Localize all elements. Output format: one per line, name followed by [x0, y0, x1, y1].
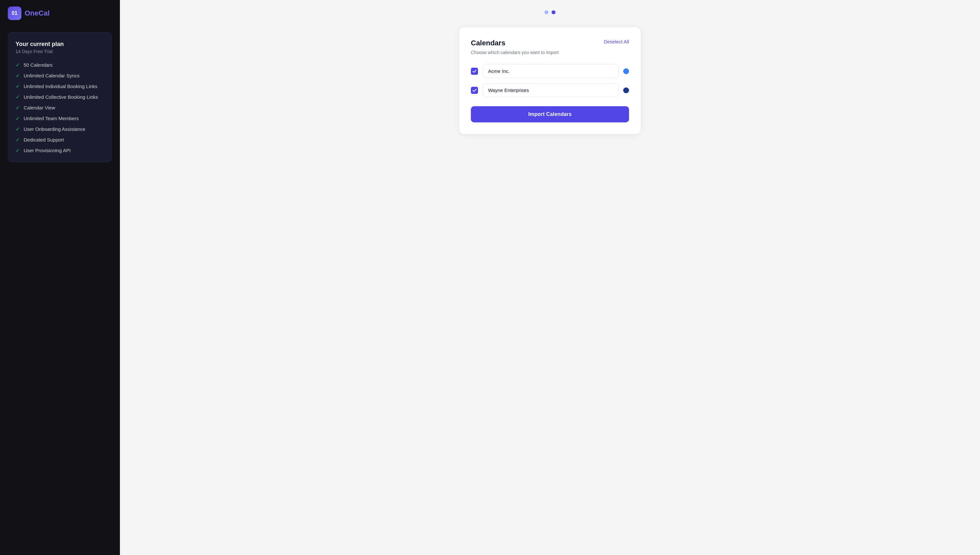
check-icon: ✓ — [16, 136, 20, 143]
feature-item: ✓ Unlimited Calendar Syncs — [16, 72, 105, 79]
feature-list: ✓ 50 Calendars ✓ Unlimited Calendar Sync… — [16, 62, 105, 154]
calendar-color-dot-0 — [623, 68, 629, 74]
feature-label: Unlimited Collective Booking Links — [24, 94, 98, 100]
logo-suffix: Cal — [39, 9, 50, 17]
feature-label: User Onboarding Assistance — [24, 126, 85, 132]
feature-label: Calendar View — [24, 105, 55, 111]
feature-item: ✓ Unlimited Individual Booking Links — [16, 83, 105, 89]
sidebar-header: 01 OneCal — [0, 0, 120, 27]
feature-label: User Provisioning API — [24, 148, 71, 153]
logo-icon-text: 01 — [12, 10, 18, 16]
step-dot-1 — [544, 10, 548, 14]
check-icon: ✓ — [16, 62, 20, 68]
check-icon: ✓ — [16, 83, 20, 89]
feature-item: ✓ User Provisioning API — [16, 148, 105, 154]
calendar-color-dot-1 — [623, 87, 629, 93]
feature-item: ✓ 50 Calendars — [16, 62, 105, 68]
feature-label: Unlimited Team Members — [24, 115, 79, 121]
plan-title: Your current plan — [16, 41, 105, 48]
feature-item: ✓ User Onboarding Assistance — [16, 126, 105, 132]
check-icon: ✓ — [16, 126, 20, 132]
calendars-card: Calendars Deselect All Choose which cale… — [459, 27, 641, 134]
feature-item: ✓ Unlimited Team Members — [16, 115, 105, 122]
feature-item: ✓ Dedicated Support — [16, 136, 105, 143]
calendar-name-1: Wayne Enterprises — [483, 83, 619, 97]
sidebar: 01 OneCal Your current plan 14 Days Free… — [0, 0, 120, 555]
logo-icon: 01 — [8, 6, 21, 20]
feature-item: ✓ Calendar View — [16, 104, 105, 111]
feature-item: ✓ Unlimited Collective Booking Links — [16, 94, 105, 100]
check-icon: ✓ — [16, 94, 20, 100]
plan-subtitle: 14 Days Free Trial — [16, 49, 105, 54]
feature-label: Dedicated Support — [24, 137, 64, 143]
step-indicators — [544, 10, 555, 14]
card-header: Calendars Deselect All — [471, 39, 629, 47]
feature-label: Unlimited Individual Booking Links — [24, 83, 98, 89]
plan-card: Your current plan 14 Days Free Trial ✓ 5… — [8, 32, 112, 162]
card-subtitle: Choose which calendars you want to impor… — [471, 50, 629, 55]
step-dot-2 — [552, 10, 555, 14]
calendar-list: Acme Inc. Wayne Enterprises — [471, 64, 629, 97]
check-icon: ✓ — [16, 115, 20, 122]
feature-label: Unlimited Calendar Syncs — [24, 73, 80, 79]
check-icon: ✓ — [16, 72, 20, 79]
check-icon: ✓ — [16, 104, 20, 111]
calendar-item: Wayne Enterprises — [471, 83, 629, 97]
logo-text: OneCal — [25, 9, 50, 18]
card-title: Calendars — [471, 39, 505, 47]
check-icon: ✓ — [16, 148, 20, 154]
calendar-checkbox-0[interactable] — [471, 68, 478, 75]
calendar-checkbox-1[interactable] — [471, 87, 478, 94]
logo-prefix: One — [25, 9, 39, 17]
main-content: Calendars Deselect All Choose which cale… — [120, 0, 980, 555]
feature-label: 50 Calendars — [24, 62, 53, 68]
deselect-all-button[interactable]: Deselect All — [604, 39, 629, 44]
calendar-item: Acme Inc. — [471, 64, 629, 78]
import-calendars-button[interactable]: Import Calendars — [471, 106, 629, 122]
calendar-name-0: Acme Inc. — [483, 64, 619, 78]
